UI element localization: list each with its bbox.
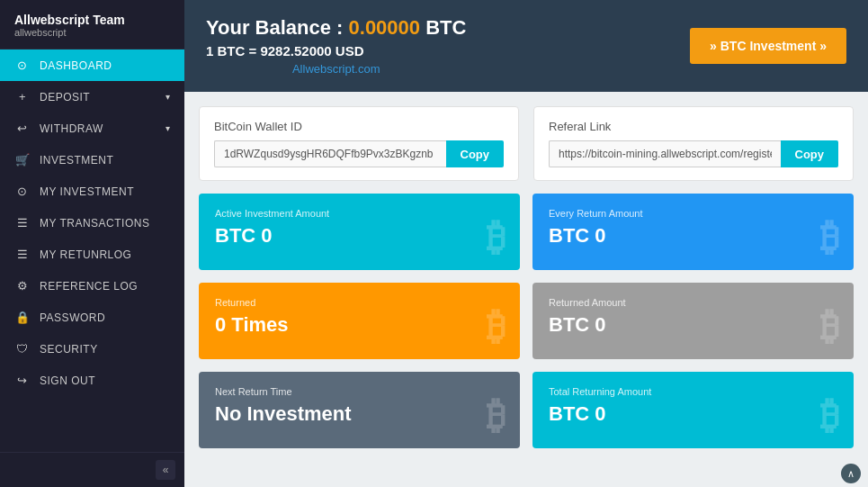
stat-value-returned-amount: BTC 0 <box>549 313 837 337</box>
my-transactions-icon: ☰ <box>14 216 31 230</box>
balance-currency: BTC <box>425 16 466 39</box>
btc-copy-button[interactable]: Copy <box>446 140 505 167</box>
sidebar-item-withdraw[interactable]: ↩ WITHDRAW ▾ <box>0 113 184 144</box>
withdraw-icon: ↩ <box>14 122 31 135</box>
sidebar-item-deposit[interactable]: + DEPOSIT ▾ <box>0 81 184 113</box>
stat-card-every-return: Every Return Amount BTC 0 ₿ <box>532 194 854 270</box>
btc-wallet-label: BitCoin Wallet ID <box>214 120 504 133</box>
sidebar-label-my-returnlog: MY RETUNRLOG <box>40 248 131 261</box>
sidebar-label-deposit: DEPOSIT <box>40 91 90 104</box>
stat-card-active-investment: Active Investment Amount BTC 0 ₿ <box>199 194 520 270</box>
stat-label-active-investment: Active Investment Amount <box>215 208 504 219</box>
btc-icon-returned: ₿ <box>487 305 506 348</box>
btc-wallet-input-row: Copy <box>214 140 504 167</box>
stat-label-next-return: Next Return Time <box>215 386 504 397</box>
stat-card-returned-amount: Returned Amount BTC 0 ₿ <box>532 283 854 359</box>
sidebar: Allwebscript Team allwebscript ⊙ DASHBOA… <box>0 0 184 487</box>
my-returnlog-icon: ☰ <box>14 248 31 261</box>
stat-value-returned: 0 Times <box>215 313 504 337</box>
brand-name: Allwebscript Team <box>14 13 170 27</box>
stat-value-every-return: BTC 0 <box>549 224 837 248</box>
stat-label-returned-amount: Returned Amount <box>549 297 837 308</box>
sidebar-collapse-button[interactable]: « <box>156 460 175 480</box>
main-header: Your Balance : 0.00000 BTC 1 BTC = 9282.… <box>184 0 868 92</box>
sign-out-icon: ↪ <box>14 374 31 387</box>
balance-line: Your Balance : 0.00000 BTC <box>206 16 466 40</box>
stats-grid: Active Investment Amount BTC 0 ₿ Every R… <box>199 194 854 448</box>
balance-section: Your Balance : 0.00000 BTC 1 BTC = 9282.… <box>206 16 466 76</box>
sidebar-item-dashboard[interactable]: ⊙ DASHBOARD <box>0 50 184 81</box>
balance-value: 0.00000 <box>349 16 421 39</box>
sidebar-label-dashboard: DASHBOARD <box>40 59 112 72</box>
sidebar-item-investment[interactable]: 🛒 INVESTMENT <box>0 144 184 176</box>
btc-wallet-input[interactable] <box>214 140 446 167</box>
sidebar-label-sign-out: SIGN OUT <box>40 374 95 387</box>
ref-copy-button[interactable]: Copy <box>781 140 839 167</box>
ref-link-input[interactable] <box>549 140 781 167</box>
stat-card-total-returning: Total Returning Amount BTC 0 ₿ <box>532 372 854 448</box>
stat-label-returned: Returned <box>215 297 504 308</box>
password-icon: 🔒 <box>14 311 31 324</box>
sidebar-label-reference-log: REFERENCE LOG <box>40 280 138 293</box>
investment-icon: 🛒 <box>14 153 31 167</box>
invest-button[interactable]: » BTC Investment » <box>690 28 846 64</box>
sidebar-item-my-investment[interactable]: ⊙ MY INVESTMENT <box>0 176 184 207</box>
sidebar-label-my-transactions: MY TRANSACTIONS <box>40 217 149 230</box>
btc-icon-active-investment: ₿ <box>487 216 506 259</box>
scroll-up-button[interactable]: ∧ <box>841 464 861 483</box>
stat-value-next-return: No Investment <box>215 402 504 426</box>
sidebar-nav: ⊙ DASHBOARD + DEPOSIT ▾ ↩ WITHDRAW ▾ 🛒 I… <box>0 50 184 452</box>
sidebar-brand: Allwebscript Team allwebscript <box>0 0 184 50</box>
reference-log-icon: ⚙ <box>14 279 31 293</box>
btc-icon-returned-amount: ₿ <box>820 305 839 348</box>
sidebar-item-reference-log[interactable]: ⚙ REFERENCE LOG <box>0 270 184 302</box>
sidebar-label-my-investment: MY INVESTMENT <box>40 185 134 198</box>
scroll-area: ∧ <box>184 460 868 487</box>
balance-prefix: Your Balance : <box>206 16 349 39</box>
main-content-area: Your Balance : 0.00000 BTC 1 BTC = 9282.… <box>184 0 868 487</box>
withdraw-arrow: ▾ <box>166 123 171 133</box>
security-icon: 🛡 <box>14 342 31 356</box>
sidebar-item-password[interactable]: 🔒 PASSWORD <box>0 302 184 333</box>
stat-label-total-returning: Total Returning Amount <box>549 386 837 397</box>
wallet-row: BitCoin Wallet ID Copy Referal Link Copy <box>199 106 854 181</box>
btc-wallet-card: BitCoin Wallet ID Copy <box>199 106 519 181</box>
stat-label-every-return: Every Return Amount <box>549 208 837 219</box>
site-link: Allwebscript.com <box>206 62 466 76</box>
ref-link-card: Referal Link Copy <box>533 106 854 181</box>
brand-sub: allwebscript <box>14 27 170 38</box>
stat-value-total-returning: BTC 0 <box>549 402 837 426</box>
sidebar-collapse-area: « <box>0 452 184 487</box>
stat-card-returned: Returned 0 Times ₿ <box>199 283 520 359</box>
stat-card-next-return: Next Return Time No Investment ₿ <box>199 372 520 448</box>
sidebar-label-security: SECURITY <box>40 343 98 356</box>
sidebar-item-security[interactable]: 🛡 SECURITY <box>0 333 184 365</box>
sidebar-item-my-returnlog[interactable]: ☰ MY RETUNRLOG <box>0 239 184 270</box>
dashboard-content: BitCoin Wallet ID Copy Referal Link Copy… <box>184 92 868 460</box>
deposit-arrow: ▾ <box>166 92 171 102</box>
sidebar-item-sign-out[interactable]: ↪ SIGN OUT <box>0 365 184 396</box>
btc-icon-total-returning: ₿ <box>820 394 839 437</box>
ref-link-label: Referal Link <box>549 120 838 133</box>
btc-icon-next-return: ₿ <box>487 394 506 437</box>
deposit-icon: + <box>14 90 31 104</box>
stat-value-active-investment: BTC 0 <box>215 224 504 248</box>
btc-icon-every-return: ₿ <box>820 216 839 259</box>
rate-label: 1 BTC = 9282.52000 USD <box>206 43 466 59</box>
my-investment-icon: ⊙ <box>14 185 31 198</box>
sidebar-label-password: PASSWORD <box>40 311 105 324</box>
dashboard-icon: ⊙ <box>14 59 31 72</box>
sidebar-label-withdraw: WITHDRAW <box>40 122 103 135</box>
sidebar-item-my-transactions[interactable]: ☰ MY TRANSACTIONS <box>0 207 184 239</box>
sidebar-label-investment: INVESTMENT <box>40 154 113 167</box>
ref-link-input-row: Copy <box>549 140 838 167</box>
